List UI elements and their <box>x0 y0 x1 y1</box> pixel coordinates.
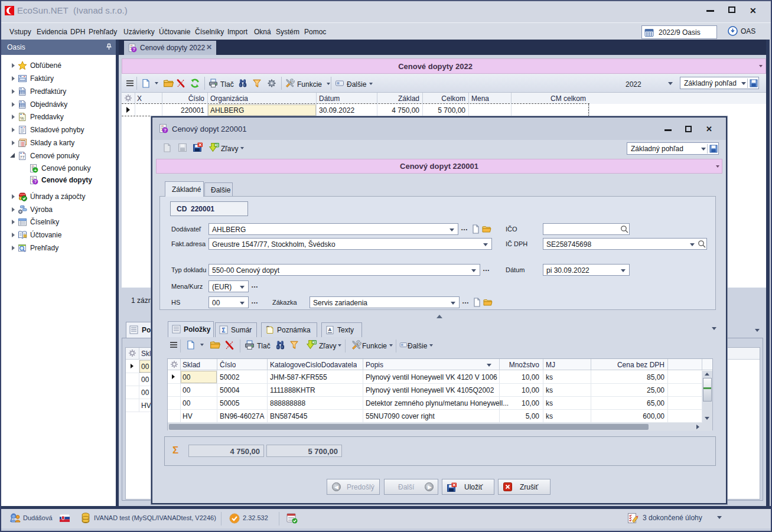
svg-text:77: 77 <box>20 155 25 159</box>
svg-text:A: A <box>328 327 332 332</box>
svg-text:?: ? <box>164 128 167 133</box>
svg-text:+: + <box>34 168 37 173</box>
svg-text:?: ? <box>34 179 37 184</box>
svg-text:Σ: Σ <box>221 327 225 334</box>
svg-text:%: % <box>20 116 24 121</box>
svg-text:?: ? <box>133 47 136 52</box>
